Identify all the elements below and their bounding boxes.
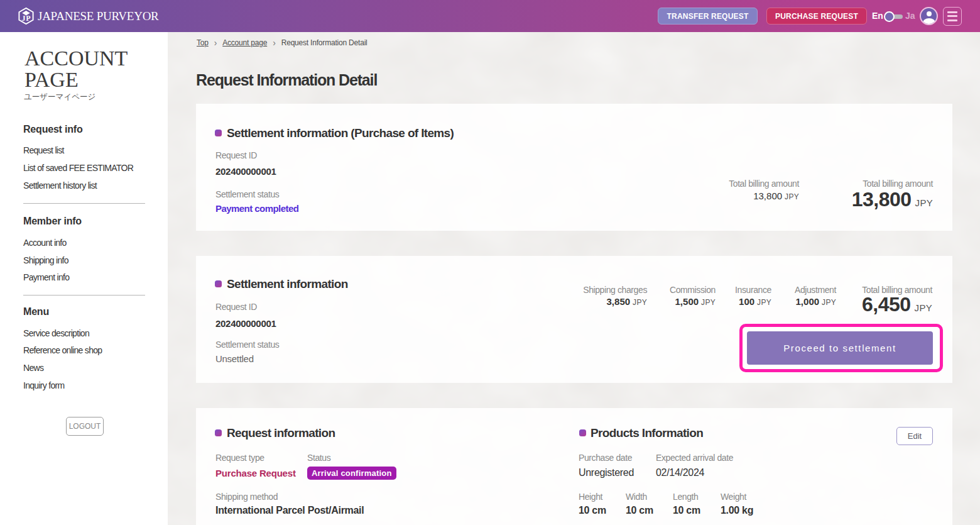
svg-text:P: P	[26, 14, 30, 23]
svg-text:J: J	[22, 14, 26, 23]
